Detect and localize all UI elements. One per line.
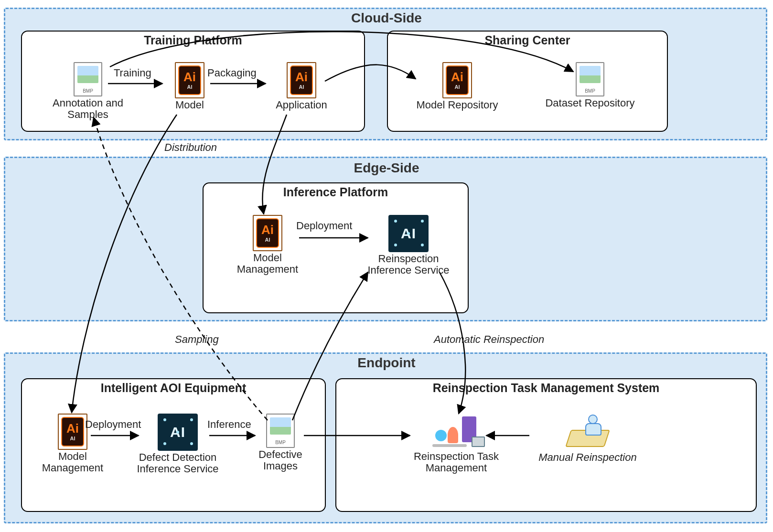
node-dataset-repository-label: Dataset Repository <box>545 97 634 109</box>
bmp-icon <box>576 62 604 96</box>
node-model-management-edge-label: ModelManagement <box>237 252 298 275</box>
node-model-management-endpoint-label: ModelManagement <box>42 451 103 474</box>
ai-file-icon: AiAI <box>287 62 316 98</box>
ai-file-icon: AiAI <box>58 414 87 450</box>
task-server-icon <box>428 414 485 450</box>
layer-endpoint-title: Endpoint <box>357 355 415 371</box>
node-defective-images-label: DefectiveImages <box>258 449 302 472</box>
ai-file-icon: AiAI <box>253 215 282 251</box>
operator-icon <box>566 414 609 451</box>
box-aoi-equipment-title: Intelligent AOI Equipment <box>101 381 247 395</box>
box-training-platform-title: Training Platform <box>144 33 242 47</box>
bmp-icon <box>74 62 102 96</box>
node-manual-reinspection-label: Manual Reinspection <box>538 452 636 463</box>
node-defective-images: DefectiveImages <box>245 414 316 472</box>
node-application: AiAI Application <box>266 62 337 111</box>
edge-deployment-endpoint-label: Deployment <box>85 418 141 431</box>
bmp-icon <box>266 414 295 448</box>
ai-network-icon: AI <box>158 414 198 451</box>
node-defect-detection-service-label: Defect DetectionInference Service <box>137 452 218 475</box>
node-dataset-repository: Dataset Repository <box>535 62 645 109</box>
box-sharing-center-title: Sharing Center <box>484 33 570 47</box>
edge-deployment-edge-label: Deployment <box>296 220 352 232</box>
node-reinspection-inference-service: AI ReinspectionInference Service <box>358 215 459 276</box>
box-inference-platform-title: Inference Platform <box>283 185 388 199</box>
edge-training-label: Training <box>114 67 151 79</box>
node-model-repository: AiAI Model Repository <box>407 62 507 111</box>
edge-packaging-label: Packaging <box>207 67 257 79</box>
node-manual-reinspection: Manual Reinspection <box>526 414 650 463</box>
ai-file-icon: AiAI <box>442 62 472 98</box>
edge-inference-label: Inference <box>207 418 251 431</box>
box-reinspection-system-title: Reinspection Task Management System <box>433 381 660 395</box>
ai-network-icon: AI <box>388 215 429 252</box>
layer-cloud-title: Cloud-Side <box>351 11 422 26</box>
node-reinspection-task-management-label: Reinspection TaskManagement <box>414 451 499 474</box>
node-model-repository-label: Model Repository <box>416 99 498 111</box>
edge-automatic-reinspection-label: Automatic Reinspection <box>434 333 544 346</box>
node-model-label: Model <box>175 99 204 111</box>
edge-sampling-label: Sampling <box>175 333 219 346</box>
ai-file-icon: AiAI <box>175 62 204 98</box>
node-reinspection-task-management: Reinspection TaskManagement <box>397 414 516 474</box>
node-annotation-samples-label: Annotation andSamples <box>53 97 123 120</box>
layer-edge-title: Edge-Side <box>354 160 419 176</box>
node-application-label: Application <box>276 99 327 111</box>
edge-distribution-label: Distribution <box>164 141 217 154</box>
node-reinspection-inference-service-label: ReinspectionInference Service <box>367 253 449 276</box>
